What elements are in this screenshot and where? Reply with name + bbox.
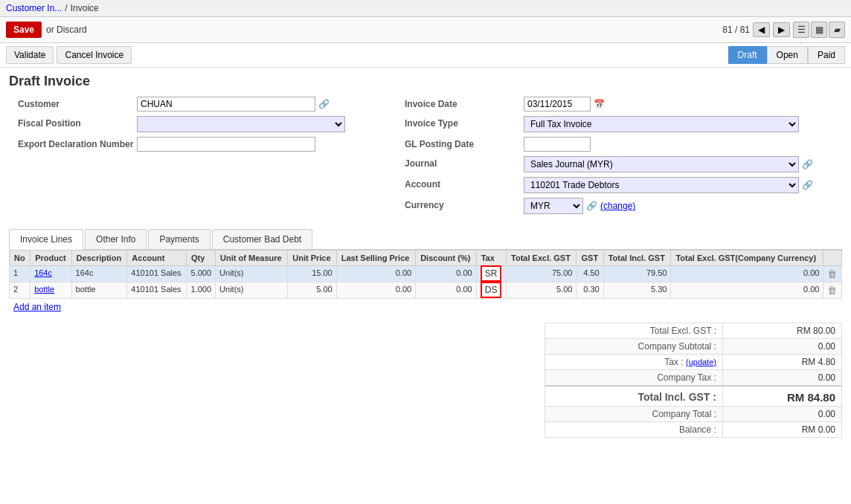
tax-update-link[interactable]: (update) bbox=[686, 358, 716, 366]
table-section: No Product Description Account Qty Unit … bbox=[9, 250, 842, 315]
col-qty: Qty bbox=[186, 251, 215, 266]
total-excl-gst-label: Total Excl. GST : bbox=[545, 323, 723, 339]
cell-tax-1[interactable]: SR bbox=[476, 266, 506, 282]
list-view-icon[interactable]: ☰ bbox=[793, 22, 809, 38]
journal-label: Journal bbox=[405, 156, 524, 169]
cell-product-2[interactable]: bottle bbox=[30, 282, 71, 299]
form-right: Invoice Date 📅 Invoice Type Full Tax Inv… bbox=[405, 97, 833, 219]
col-discount: Discount (%) bbox=[416, 251, 477, 266]
form-left: Customer 🔗 Fiscal Position Export Declar… bbox=[18, 97, 390, 219]
tab-payments[interactable]: Payments bbox=[148, 229, 210, 249]
invoice-date-input[interactable] bbox=[524, 97, 591, 112]
cell-unit-price-1: 15.00 bbox=[288, 266, 336, 282]
fiscal-position-select[interactable] bbox=[137, 116, 345, 132]
calendar-icon[interactable]: 📅 bbox=[594, 99, 605, 109]
total-incl-gst-label: Total Incl. GST : bbox=[545, 386, 723, 407]
cell-no-2: 2 bbox=[10, 282, 30, 299]
toolbar-left: Save or Discard bbox=[6, 22, 87, 38]
cell-total-excl-2: 5.00 bbox=[507, 282, 577, 299]
currency-select[interactable]: MYR bbox=[524, 198, 583, 214]
invoice-lines-table: No Product Description Account Qty Unit … bbox=[9, 250, 842, 299]
cell-tax-2[interactable]: DS bbox=[476, 282, 506, 299]
invoice-type-label: Invoice Type bbox=[405, 116, 524, 129]
col-description: Description bbox=[71, 251, 127, 266]
cancel-invoice-button[interactable]: Cancel Invoice bbox=[57, 46, 132, 64]
company-tax-row: Company Tax : 0.00 bbox=[545, 370, 842, 387]
tax-badge-1[interactable]: SR bbox=[481, 265, 502, 282]
cell-gst-2: 0.30 bbox=[577, 282, 603, 299]
invoice-type-select[interactable]: Full Tax Invoice bbox=[524, 116, 799, 132]
col-account: Account bbox=[127, 251, 187, 266]
view-icons: ☰ ▦ ▰ bbox=[793, 22, 845, 38]
status-draft[interactable]: Draft bbox=[728, 46, 767, 64]
total-excl-gst-value: RM 80.00 bbox=[722, 323, 841, 339]
record-count: 81 / 81 bbox=[722, 25, 750, 35]
gl-posting-date-row: GL Posting Date bbox=[405, 137, 833, 152]
totals-section: Total Excl. GST : RM 80.00 Company Subto… bbox=[9, 323, 842, 438]
cell-gst-1: 4.50 bbox=[577, 266, 603, 282]
company-subtotal-row: Company Subtotal : 0.00 bbox=[545, 339, 842, 355]
cell-unit-price-2: 5.00 bbox=[288, 282, 336, 299]
cell-total-excl-company-1: 0.00 bbox=[671, 266, 823, 282]
currency-label: Currency bbox=[405, 198, 524, 210]
page-title: Draft Invoice bbox=[9, 74, 842, 89]
cell-delete-2[interactable]: 🗑 bbox=[823, 282, 842, 299]
add-item-link[interactable]: Add an item bbox=[9, 299, 842, 315]
account-select[interactable]: 110201 Trade Debtors bbox=[524, 177, 799, 193]
col-total-excl: Total Excl. GST bbox=[507, 251, 577, 266]
total-excl-gst-row: Total Excl. GST : RM 80.00 bbox=[545, 323, 842, 339]
cell-product-1[interactable]: 164c bbox=[30, 266, 71, 282]
status-paid[interactable]: Paid bbox=[808, 46, 845, 64]
save-button[interactable]: Save bbox=[6, 22, 42, 38]
journal-control: Sales Journal (MYR) 🔗 bbox=[524, 156, 833, 172]
currency-row: Currency MYR 🔗 (change) bbox=[405, 198, 833, 214]
balance-row: Balance : RM 0.00 bbox=[545, 422, 842, 438]
cell-total-excl-1: 75.00 bbox=[507, 266, 577, 282]
change-link[interactable]: (change) bbox=[600, 201, 635, 211]
table-row: 2 bottle bottle 410101 Sales 1.000 Unit(… bbox=[10, 282, 842, 299]
cell-qty-2: 1.000 bbox=[186, 282, 215, 299]
export-declaration-label: Export Declaration Number bbox=[18, 137, 137, 149]
delete-row-2-icon[interactable]: 🗑 bbox=[827, 285, 837, 296]
account-external-link[interactable]: 🔗 bbox=[802, 180, 813, 190]
customer-control: 🔗 bbox=[137, 97, 390, 112]
cell-total-incl-1: 79.50 bbox=[603, 266, 671, 282]
nav-next-button[interactable]: ▶ bbox=[773, 22, 790, 37]
cell-qty-1: 5.000 bbox=[186, 266, 215, 282]
tax-badge-2[interactable]: DS bbox=[481, 282, 502, 298]
tab-invoice-lines[interactable]: Invoice Lines bbox=[9, 229, 83, 250]
page-header: Draft Invoice Customer 🔗 Fiscal Position bbox=[0, 68, 851, 222]
account-control: 110201 Trade Debtors 🔗 bbox=[524, 177, 833, 193]
gl-posting-date-input[interactable] bbox=[524, 137, 591, 152]
kanban-view-icon[interactable]: ▦ bbox=[811, 22, 827, 38]
customer-external-link[interactable]: 🔗 bbox=[318, 99, 330, 109]
breadcrumb-parent[interactable]: Customer In... bbox=[6, 3, 62, 13]
journal-external-link[interactable]: 🔗 bbox=[802, 159, 813, 169]
status-open[interactable]: Open bbox=[767, 46, 808, 64]
cell-no-1: 1 bbox=[10, 266, 30, 282]
currency-external-link[interactable]: 🔗 bbox=[586, 201, 597, 211]
col-total-excl-company: Total Excl. GST(Company Currency) bbox=[671, 251, 823, 266]
journal-select[interactable]: Sales Journal (MYR) bbox=[524, 156, 799, 172]
export-declaration-input[interactable] bbox=[137, 137, 315, 152]
cell-last-selling-price-1: 0.00 bbox=[336, 266, 415, 282]
tabs: Invoice Lines Other Info Payments Custom… bbox=[9, 229, 842, 249]
cell-total-incl-2: 5.30 bbox=[603, 282, 671, 299]
nav-prev-button[interactable]: ◀ bbox=[753, 22, 770, 37]
cell-delete-1[interactable]: 🗑 bbox=[823, 266, 842, 282]
invoice-date-control: 📅 bbox=[524, 97, 833, 112]
customer-input[interactable] bbox=[137, 97, 315, 112]
col-last-selling-price: Last Selling Price bbox=[336, 251, 415, 266]
fiscal-position-row: Fiscal Position bbox=[18, 116, 390, 132]
validate-button[interactable]: Validate bbox=[6, 46, 54, 64]
form-view-icon[interactable]: ▰ bbox=[829, 22, 845, 38]
breadcrumb-current: Invoice bbox=[71, 3, 99, 13]
gl-posting-date-control bbox=[524, 137, 833, 152]
account-label: Account bbox=[405, 177, 524, 190]
delete-row-1-icon[interactable]: 🗑 bbox=[827, 268, 837, 280]
total-incl-gst-row: Total Incl. GST : RM 84.80 bbox=[545, 386, 842, 407]
tab-other-info[interactable]: Other Info bbox=[85, 229, 147, 249]
tab-customer-bad-debt[interactable]: Customer Bad Debt bbox=[212, 229, 312, 249]
balance-value: RM 0.00 bbox=[722, 422, 841, 438]
tax-row: Tax : (update) RM 4.80 bbox=[545, 355, 842, 370]
